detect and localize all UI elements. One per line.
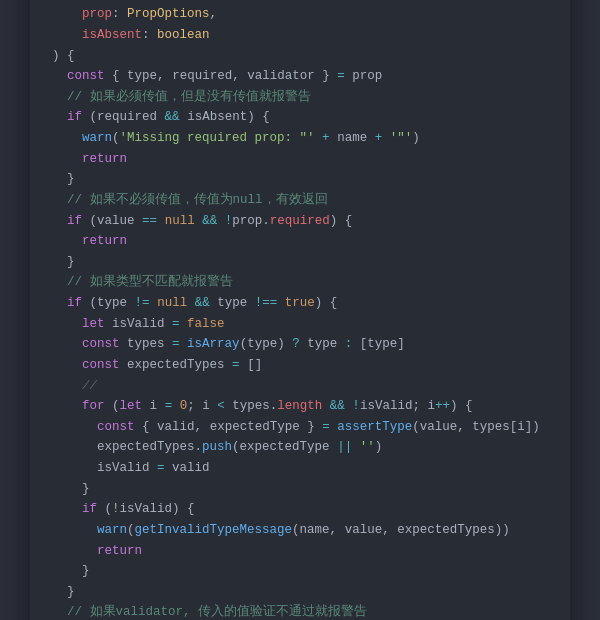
line-15: if (value == null && !prop.required) { — [52, 211, 548, 232]
line-31: return — [52, 541, 548, 562]
line-27: isValid = valid — [52, 458, 548, 479]
line-24: for (let i = 0; i < types.length && !isV… — [52, 396, 548, 417]
line-19: if (type != null && type !== true) { — [52, 293, 548, 314]
line-18: // 如果类型不匹配就报警告 — [52, 272, 548, 293]
code-editor-window: function validateProp( name: string, val… — [30, 0, 570, 620]
line-30: warn(getInvalidTypeMessage(name, value, … — [52, 520, 548, 541]
line-22: const expectedTypes = [] — [52, 355, 548, 376]
line-21: const types = isArray(type) ? type : [ty… — [52, 334, 548, 355]
line-10: warn('Missing required prop: "' + name +… — [52, 128, 548, 149]
line-29: if (!isValid) { — [52, 499, 548, 520]
line-12: } — [52, 169, 548, 190]
line-23: // — [52, 376, 548, 397]
line-5: isAbsent: boolean — [52, 25, 548, 46]
line-8: // 如果必须传值，但是没有传值就报警告 — [52, 87, 548, 108]
line-32: } — [52, 561, 548, 582]
code-content: function validateProp( name: string, val… — [30, 0, 570, 620]
line-26: expectedTypes.push(expectedType || '') — [52, 437, 548, 458]
line-4: prop: PropOptions, — [52, 4, 548, 25]
line-17: } — [52, 252, 548, 273]
line-11: return — [52, 149, 548, 170]
line-25: const { valid, expectedType } = assertTy… — [52, 417, 548, 438]
line-14: // 如果不必须传值，传值为null，有效返回 — [52, 190, 548, 211]
line-7: const { type, required, validator } = pr… — [52, 66, 548, 87]
line-9: if (required && isAbsent) { — [52, 107, 548, 128]
line-6: ) { — [52, 46, 548, 67]
line-34: // 如果validator, 传入的值验证不通过就报警告 — [52, 602, 548, 620]
line-28: } — [52, 479, 548, 500]
line-16: return — [52, 231, 548, 252]
line-33: } — [52, 582, 548, 603]
line-20: let isValid = false — [52, 314, 548, 335]
